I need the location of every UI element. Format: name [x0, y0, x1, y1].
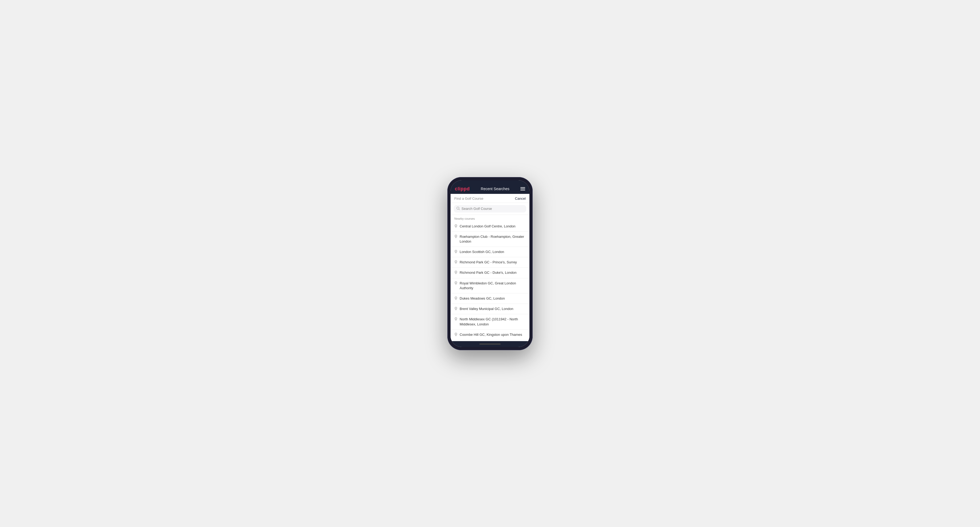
course-name: Richmond Park GC - Duke's, London — [460, 270, 516, 275]
course-name: Central London Golf Centre, London — [460, 224, 515, 229]
app-logo: clippd — [455, 186, 470, 192]
course-name: London Scottish GC, London — [460, 249, 504, 254]
course-list-item[interactable]: Richmond Park GC - Prince's, Surrey — [450, 257, 530, 268]
phone-screen: clippd Recent Searches Find a Golf Cours… — [450, 180, 530, 347]
status-bar — [450, 180, 530, 184]
location-pin-icon — [454, 235, 458, 239]
course-list-item[interactable]: Brent Valley Municipal GC, London — [450, 304, 530, 314]
phone-frame: clippd Recent Searches Find a Golf Cours… — [447, 177, 533, 350]
nearby-label: Nearby courses — [450, 215, 530, 221]
location-pin-icon — [454, 296, 458, 301]
course-name: Coombe Hill GC, Kingston upon Thames — [460, 332, 522, 337]
svg-point-4 — [455, 251, 457, 252]
svg-line-1 — [459, 209, 460, 210]
home-indicator — [450, 341, 530, 347]
course-list-item[interactable]: North Middlesex GC (1011942 - North Midd… — [450, 314, 530, 329]
location-pin-icon — [454, 250, 458, 254]
svg-point-11 — [455, 333, 457, 335]
location-pin-icon — [454, 260, 458, 265]
course-list-item[interactable]: Richmond Park GC - Duke's, London — [450, 268, 530, 278]
location-pin-icon — [454, 281, 458, 286]
svg-point-8 — [455, 297, 457, 298]
course-name: Brent Valley Municipal GC, London — [460, 306, 513, 311]
course-list-item[interactable]: Central London Golf Centre, London — [450, 221, 530, 232]
find-bar: Find a Golf Course Cancel — [450, 194, 530, 203]
course-name: North Middlesex GC (1011942 - North Midd… — [460, 317, 526, 327]
course-list-item[interactable]: Coombe Hill GC, Kingston upon Thames — [450, 330, 530, 340]
search-input[interactable] — [461, 206, 523, 211]
location-pin-icon — [454, 271, 458, 275]
svg-point-9 — [455, 308, 457, 309]
course-name: Roehampton Club - Roehampton, Greater Lo… — [460, 234, 526, 244]
svg-point-7 — [455, 282, 457, 283]
location-pin-icon — [454, 307, 458, 311]
course-name: Royal Wimbledon GC, Great London Authori… — [460, 281, 526, 290]
cancel-button[interactable]: Cancel — [515, 197, 526, 200]
svg-point-10 — [455, 318, 457, 319]
app-header: clippd Recent Searches — [450, 184, 530, 194]
course-list-item[interactable]: London Scottish GC, London — [450, 247, 530, 257]
location-pin-icon — [454, 317, 458, 322]
find-label: Find a Golf Course — [454, 197, 483, 200]
svg-point-2 — [455, 225, 457, 226]
search-input-wrap — [450, 203, 530, 215]
svg-point-5 — [455, 261, 457, 262]
location-pin-icon — [454, 224, 458, 229]
course-list-item[interactable]: Royal Wimbledon GC, Great London Authori… — [450, 278, 530, 294]
svg-point-3 — [455, 235, 457, 237]
course-name: Dukes Meadows GC, London — [460, 296, 505, 301]
search-icon — [457, 206, 460, 211]
course-list-item[interactable]: Dukes Meadows GC, London — [450, 294, 530, 304]
search-box — [454, 205, 526, 213]
home-bar — [479, 343, 501, 344]
app-title: Recent Searches — [480, 187, 509, 191]
location-pin-icon — [454, 333, 458, 337]
svg-point-6 — [455, 271, 457, 273]
search-section: Find a Golf Course Cancel Nearby courses — [450, 194, 530, 341]
course-list-item[interactable]: Roehampton Club - Roehampton, Greater Lo… — [450, 232, 530, 247]
menu-icon[interactable] — [520, 187, 525, 190]
courses-list: Central London Golf Centre, London Roeha… — [450, 221, 530, 341]
course-name: Richmond Park GC - Prince's, Surrey — [460, 260, 517, 265]
